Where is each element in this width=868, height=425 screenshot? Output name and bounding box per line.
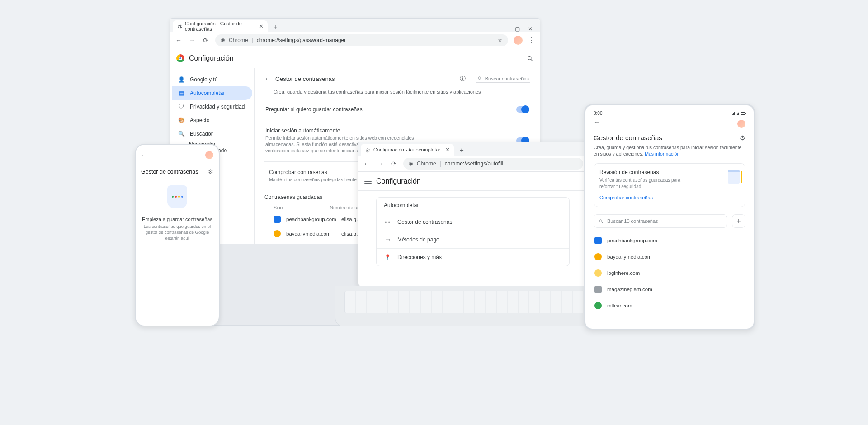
nav-google-and-you[interactable]: 👤Google y tú — [172, 73, 252, 86]
phone-frame: ← Gestor de contraseñas ⚙ Empieza a guar… — [135, 144, 220, 326]
gear-icon — [365, 147, 371, 152]
pin-icon: 📍 — [384, 254, 391, 260]
maximize-icon[interactable]: ▢ — [515, 26, 520, 32]
back-icon[interactable]: ← — [141, 152, 147, 159]
autofill-item-passwords[interactable]: ⊶Gestor de contraseñas — [377, 213, 569, 231]
window-controls: — ▢ ✕ — [497, 26, 537, 32]
chrome-logo-icon — [176, 54, 184, 62]
new-tab-button[interactable]: + — [270, 22, 280, 32]
site-favicon — [594, 237, 602, 244]
pencil-icon — [741, 171, 742, 183]
new-tab-button[interactable]: + — [457, 146, 467, 156]
search-small-icon: 🔍 — [178, 131, 184, 137]
nav-appearance[interactable]: 🎨Aspecto — [172, 113, 252, 127]
reload-icon[interactable]: ⟳ — [202, 37, 210, 44]
svg-point-0 — [528, 57, 532, 60]
omnibox-label: Chrome — [229, 37, 248, 43]
profile-avatar[interactable] — [205, 151, 213, 159]
site-favicon — [274, 230, 281, 237]
menu-icon[interactable] — [364, 179, 372, 184]
password-list-item[interactable]: mtlcar.com — [594, 298, 745, 314]
more-icon[interactable]: ⋮ — [528, 36, 535, 44]
status-time: 8:00 — [594, 111, 602, 116]
password-list-item[interactable]: baydailymedia.com — [594, 249, 745, 265]
tablet-frame: 8:00 ← Gestor de contraseñas ⚙ Crea, gua… — [584, 104, 755, 330]
password-list: peachbankgroup.com baydailymedia.com log… — [594, 232, 745, 314]
tablet-title: Gestor de contraseñas — [594, 134, 662, 142]
more-info-link[interactable]: Más información — [645, 151, 679, 156]
password-search[interactable]: Buscar contraseñas — [476, 75, 530, 83]
autofill-item-payments[interactable]: ▭Métodos de pago — [377, 231, 569, 248]
back-arrow-icon[interactable]: ← — [264, 75, 271, 82]
password-checkup-card: Revisión de contraseñas Verifica tus con… — [594, 163, 745, 207]
toggle-row-save-passwords: Preguntar si quiero guardar contraseñas — [264, 102, 530, 117]
gear-icon[interactable]: ⚙ — [208, 168, 213, 175]
omnibox[interactable]: ◉ Chrome | chrome://settings/password-ma… — [215, 34, 508, 46]
browser-toolbar: ← → ⟳ ◉ Chrome | chrome://settings/autof… — [358, 156, 588, 172]
settings-header: Configuración — [358, 172, 588, 191]
site-info-icon[interactable]: ◉ — [221, 37, 225, 43]
password-list-item[interactable]: magazineglam.com — [594, 281, 745, 298]
forward-icon: → — [376, 160, 384, 167]
autofill-item-addresses[interactable]: 📍Direcciones y más — [377, 248, 569, 266]
site-favicon — [594, 286, 602, 293]
phone-heading: Empieza a guardar contraseñas — [141, 217, 213, 222]
tablet-description: Crea, guarda y gestiona tus contraseñas … — [594, 144, 745, 157]
settings-title: Configuración — [189, 54, 234, 62]
search-icon[interactable] — [527, 54, 533, 62]
site-favicon — [594, 253, 602, 260]
signal-icon — [736, 112, 739, 115]
browser-tab[interactable]: Configuración - Gestor de contraseñas × — [173, 20, 268, 32]
star-icon[interactable]: ☆ — [498, 37, 503, 43]
site-favicon — [594, 269, 602, 277]
omnibox[interactable]: ◉ Chrome | chrome://settings/autofill — [403, 158, 583, 170]
password-list-item[interactable]: loginhere.com — [594, 265, 745, 281]
close-window-icon[interactable]: ✕ — [528, 26, 533, 32]
svg-point-2 — [478, 77, 481, 80]
password-list-item[interactable]: peachbankgroup.com — [594, 232, 745, 249]
nav-autofill[interactable]: ▤Autocompletar — [172, 86, 252, 100]
browser-toolbar: ← → ⟳ ◉ Chrome | chrome://settings/passw… — [170, 32, 540, 48]
nav-privacy[interactable]: 🛡Privacidad y seguridad — [172, 100, 252, 113]
reload-icon[interactable]: ⟳ — [390, 160, 398, 167]
laptop-window: Configuración - Autocompletar × + ← → ⟳ … — [358, 142, 588, 286]
minimize-icon[interactable]: — — [501, 26, 507, 32]
close-icon[interactable]: × — [259, 23, 263, 29]
phone-title: Gestor de contraseñas — [141, 169, 198, 175]
omnibox-label: Chrome — [417, 161, 436, 167]
site-favicon — [594, 302, 602, 309]
help-icon[interactable]: ⓘ — [460, 75, 466, 83]
profile-avatar[interactable] — [514, 36, 523, 45]
back-icon[interactable]: ← — [363, 160, 371, 167]
settings-header: Configuración — [170, 48, 540, 68]
svg-line-3 — [480, 79, 481, 80]
content-title: Gestor de contraseñas — [275, 76, 335, 82]
card-desc: Verifica tus contraseñas guardadas para … — [599, 177, 685, 189]
add-password-button[interactable]: + — [732, 214, 745, 228]
toggle-save-passwords[interactable] — [516, 106, 529, 113]
person-icon: 👤 — [178, 76, 184, 83]
key-icon: ⊶ — [384, 219, 391, 225]
content-description: Crea, guarda y gestiona tus contraseñas … — [274, 89, 529, 94]
paint-icon: 🎨 — [178, 117, 184, 123]
back-icon[interactable]: ← — [175, 37, 183, 44]
browser-tab[interactable]: Configuración - Autocompletar × — [361, 144, 454, 156]
svg-point-4 — [367, 150, 368, 151]
profile-avatar[interactable] — [737, 120, 745, 128]
svg-point-5 — [599, 220, 602, 222]
shield-icon: 🛡 — [178, 104, 184, 110]
card-title: Revisión de contraseñas — [599, 169, 740, 175]
nav-search-engine[interactable]: 🔍Buscador — [172, 127, 252, 141]
settings-title: Configuración — [376, 177, 421, 185]
back-icon[interactable]: ← — [594, 118, 745, 126]
tab-strip: Configuración - Gestor de contraseñas × … — [170, 19, 540, 32]
site-info-icon[interactable]: ◉ — [409, 161, 413, 166]
check-passwords-link[interactable]: Comprobar contraseñas — [599, 195, 653, 200]
tablet-search-input[interactable]: Buscar 10 contraseñas — [594, 214, 727, 228]
close-icon[interactable]: × — [446, 146, 449, 153]
shield-illus-icon — [167, 185, 187, 208]
tab-title: Configuración - Gestor de contraseñas — [185, 21, 254, 32]
gear-icon[interactable]: ⚙ — [740, 134, 745, 142]
phone-illustration — [141, 180, 213, 213]
search-icon — [599, 219, 604, 224]
